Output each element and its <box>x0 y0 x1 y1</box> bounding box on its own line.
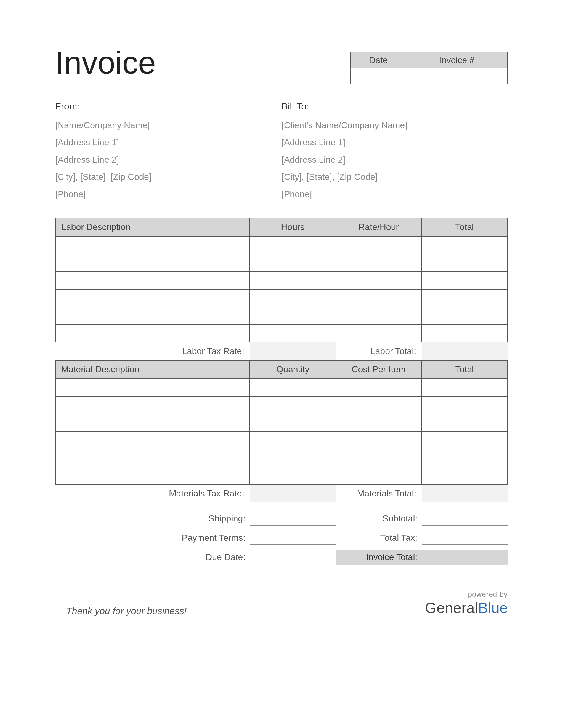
labor-row <box>55 325 508 342</box>
material-cell[interactable] <box>336 414 422 432</box>
from-line[interactable]: [Name/Company Name] <box>55 117 282 134</box>
material-header-desc: Material Description <box>55 360 250 379</box>
meta-header-date: Date <box>351 52 406 68</box>
labor-cell[interactable] <box>422 307 508 325</box>
material-cell[interactable] <box>422 379 508 396</box>
labor-cell[interactable] <box>55 325 250 342</box>
material-cell[interactable] <box>422 414 508 432</box>
material-row <box>55 396 508 414</box>
material-cell[interactable] <box>250 449 336 467</box>
labor-header-hours: Hours <box>250 218 336 236</box>
due-date-label: Due Date: <box>55 552 250 562</box>
material-cell[interactable] <box>336 449 422 467</box>
material-cell[interactable] <box>55 432 250 449</box>
material-cell[interactable] <box>422 467 508 485</box>
material-cell[interactable] <box>250 396 336 414</box>
material-row <box>55 449 508 467</box>
labor-row <box>55 272 508 289</box>
labor-total-value[interactable] <box>422 342 508 360</box>
billto-line[interactable]: [Client's Name/Company Name] <box>282 117 508 134</box>
billto-block: Bill To: [Client's Name/Company Name] [A… <box>282 101 508 203</box>
material-total-value[interactable] <box>422 485 508 502</box>
labor-cell[interactable] <box>422 325 508 342</box>
labor-cell[interactable] <box>422 272 508 289</box>
summary-row-terms: Payment Terms: Total Tax: <box>55 530 508 546</box>
due-date-value[interactable] <box>250 553 336 564</box>
material-row <box>55 432 508 449</box>
meta-value-invoice-num[interactable] <box>406 68 508 84</box>
labor-cell[interactable] <box>250 236 336 254</box>
material-cell[interactable] <box>55 414 250 432</box>
labor-cell[interactable] <box>250 254 336 272</box>
billto-line[interactable]: [City], [State], [Zip Code] <box>282 168 508 185</box>
material-cell[interactable] <box>250 467 336 485</box>
from-line[interactable]: [Phone] <box>55 186 282 203</box>
labor-cell[interactable] <box>336 325 422 342</box>
billto-line[interactable]: [Phone] <box>282 186 508 203</box>
labor-cell[interactable] <box>55 272 250 289</box>
invoice-total-value[interactable] <box>422 550 508 565</box>
material-cell[interactable] <box>250 414 336 432</box>
material-cell[interactable] <box>336 467 422 485</box>
material-cell[interactable] <box>422 396 508 414</box>
powered-by-label: powered by <box>425 590 508 599</box>
labor-cell[interactable] <box>336 272 422 289</box>
labor-cell[interactable] <box>422 254 508 272</box>
from-line[interactable]: [Address Line 1] <box>55 134 282 151</box>
page-title: Invoice <box>55 47 156 79</box>
labor-cell[interactable] <box>250 272 336 289</box>
labor-subtotal-row: Labor Tax Rate: Labor Total: <box>55 342 508 360</box>
billto-line[interactable]: [Address Line 1] <box>282 134 508 151</box>
meta-value-date[interactable] <box>351 68 406 84</box>
material-tax-rate-label: Materials Tax Rate: <box>55 488 250 499</box>
material-cell[interactable] <box>422 449 508 467</box>
labor-cell[interactable] <box>336 236 422 254</box>
labor-cell[interactable] <box>55 254 250 272</box>
total-tax-value[interactable] <box>422 534 508 545</box>
labor-cell[interactable] <box>250 325 336 342</box>
material-cell[interactable] <box>55 379 250 396</box>
from-line[interactable]: [Address Line 2] <box>55 151 282 168</box>
material-header-qty: Quantity <box>250 360 336 379</box>
summary-row-total: Due Date: Invoice Total: <box>55 549 508 565</box>
material-cell[interactable] <box>55 449 250 467</box>
labor-cell[interactable] <box>422 289 508 307</box>
material-cell[interactable] <box>336 432 422 449</box>
material-tax-rate-value[interactable] <box>250 485 336 502</box>
logo-text-b: Blue <box>478 599 508 616</box>
subtotal-label: Subtotal: <box>336 513 422 524</box>
material-cell[interactable] <box>336 396 422 414</box>
labor-header-rate: Rate/Hour <box>336 218 422 236</box>
labor-cell[interactable] <box>422 236 508 254</box>
labor-cell[interactable] <box>336 307 422 325</box>
material-cell[interactable] <box>250 379 336 396</box>
labor-tax-rate-value[interactable] <box>250 342 336 360</box>
labor-cell[interactable] <box>55 289 250 307</box>
brand-logo: GeneralBlue <box>425 599 508 616</box>
meta-header-invoice-num: Invoice # <box>406 52 508 68</box>
material-cell[interactable] <box>55 396 250 414</box>
thank-you-text: Thank you for your business! <box>55 606 187 616</box>
billto-line[interactable]: [Address Line 2] <box>282 151 508 168</box>
subtotal-value[interactable] <box>422 515 508 526</box>
payment-terms-label: Payment Terms: <box>55 533 250 543</box>
labor-cell[interactable] <box>336 289 422 307</box>
shipping-value[interactable] <box>250 515 336 526</box>
payment-terms-value[interactable] <box>250 534 336 545</box>
material-cell[interactable] <box>55 467 250 485</box>
labor-cell[interactable] <box>250 307 336 325</box>
shipping-label: Shipping: <box>55 513 250 524</box>
labor-cell[interactable] <box>55 236 250 254</box>
material-cell[interactable] <box>250 432 336 449</box>
labor-cell[interactable] <box>55 307 250 325</box>
material-cell[interactable] <box>422 432 508 449</box>
labor-cell[interactable] <box>250 289 336 307</box>
labor-header-desc: Labor Description <box>55 218 250 236</box>
material-header-total: Total <box>422 360 508 379</box>
labor-row <box>55 289 508 307</box>
labor-cell[interactable] <box>336 254 422 272</box>
summary-row-shipping: Shipping: Subtotal: <box>55 511 508 527</box>
from-line[interactable]: [City], [State], [Zip Code] <box>55 168 282 185</box>
material-cell[interactable] <box>336 379 422 396</box>
total-tax-label: Total Tax: <box>336 533 422 543</box>
